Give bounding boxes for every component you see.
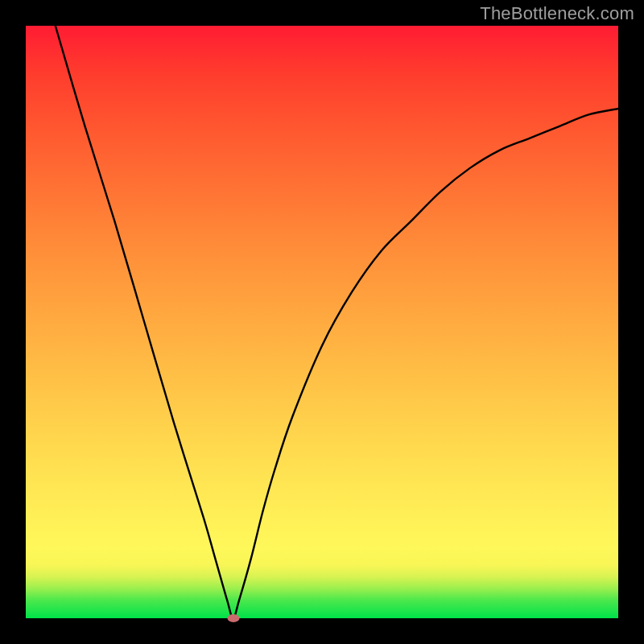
- watermark-text: TheBottleneck.com: [480, 3, 634, 24]
- optimum-marker: [227, 614, 239, 622]
- bottleneck-curve: [26, 26, 618, 618]
- curve-path: [56, 26, 618, 618]
- chart-frame: TheBottleneck.com: [0, 0, 644, 644]
- plot-area: [26, 26, 618, 618]
